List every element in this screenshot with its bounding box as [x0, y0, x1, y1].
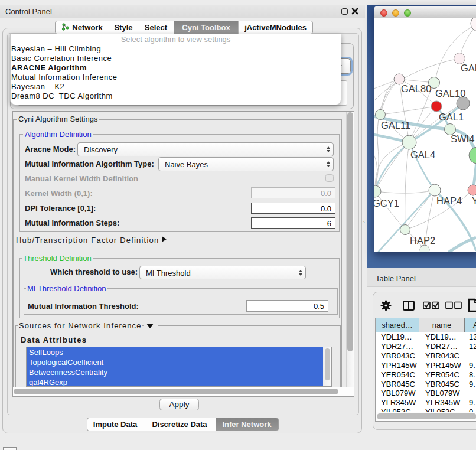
svg-text:GAL1: GAL1 [439, 112, 464, 122]
svg-text:GAL10: GAL10 [435, 88, 465, 99]
svg-text:GAL4: GAL4 [410, 149, 435, 160]
svg-text:GAL7: GAL7 [461, 63, 476, 73]
svg-text:SWI4: SWI4 [451, 133, 474, 144]
svg-text:HAP4: HAP4 [436, 195, 462, 206]
svg-text:Y: Y [472, 195, 476, 206]
svg-text:GAL11: GAL11 [381, 120, 410, 131]
svg-text:GCY1: GCY1 [374, 198, 399, 208]
svg-text:HAP2: HAP2 [410, 235, 435, 246]
svg-text:GAL80: GAL80 [401, 83, 431, 94]
